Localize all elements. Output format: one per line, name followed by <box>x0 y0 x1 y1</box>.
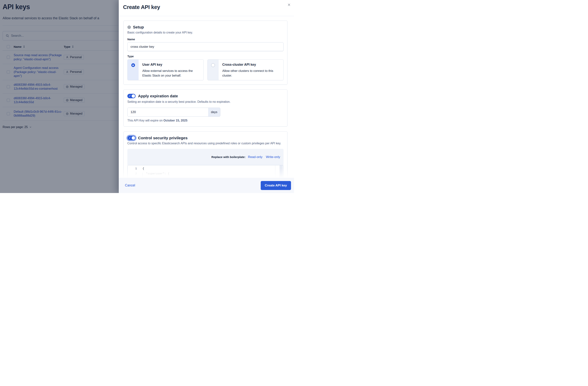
create-api-key-flyout: Create API key Setup Basic configuration… <box>119 0 294 193</box>
expiration-days-field[interactable] <box>127 108 208 116</box>
type-option-description: Allow external services to access the El… <box>142 68 200 78</box>
code-text: "superuser": { <box>137 172 169 175</box>
expiration-heading: Apply expiration date <box>138 94 178 98</box>
gear-icon <box>127 25 131 29</box>
name-label: Name <box>127 38 284 41</box>
radio-selected-icon[interactable] <box>131 63 135 67</box>
name-field[interactable] <box>127 42 284 51</box>
flyout-header: Create API key <box>119 0 294 16</box>
type-option-title: User API key <box>142 63 200 67</box>
cancel-button[interactable]: Cancel <box>125 183 135 187</box>
flyout-title: Create API key <box>123 4 294 10</box>
expiration-date: October 15, 2025 <box>164 119 188 122</box>
expiration-help-text: This API Key will expire on October 15, … <box>127 119 284 122</box>
read-only-link[interactable]: Read-only <box>248 155 263 159</box>
check-icon: ✓ <box>129 94 131 97</box>
privileges-description: Control access to specific Elasticsearch… <box>127 142 284 145</box>
flyout-body: Setup Basic configuration details to cre… <box>119 16 294 178</box>
close-icon[interactable] <box>286 2 292 7</box>
check-icon: ✓ <box>129 136 131 139</box>
setup-section: Setup Basic configuration details to cre… <box>124 21 288 85</box>
editor-scrollbar[interactable] <box>280 165 283 178</box>
role-descriptors-code-editor[interactable]: 1 { 2 "superuser": { <box>127 165 284 178</box>
privileges-toggle[interactable]: ✓ <box>127 136 136 140</box>
create-api-key-button[interactable]: Create API key <box>261 181 291 190</box>
type-option-cross-cluster-api-key[interactable]: Cross-cluster API key Allow other cluste… <box>208 59 284 80</box>
line-number: 1 <box>127 167 137 170</box>
write-only-link[interactable]: Write-only <box>266 155 280 159</box>
code-text: { <box>137 167 144 170</box>
type-option-user-api-key[interactable]: User API key Allow external services to … <box>127 59 204 80</box>
days-unit-label: days <box>208 108 220 116</box>
type-label: Type <box>127 55 284 58</box>
setup-heading: Setup <box>133 25 144 29</box>
expiration-description: Setting an expiration date is a security… <box>127 100 284 104</box>
type-option-title: Cross-cluster API key <box>222 63 280 67</box>
setup-description: Basic configuration details to create yo… <box>127 31 284 34</box>
radio-unselected-icon[interactable] <box>211 63 215 67</box>
type-option-description: Allow other clusters to connect to this … <box>222 68 280 78</box>
flyout-footer: Cancel Create API key <box>119 178 294 193</box>
privileges-heading: Control security privileges <box>138 136 188 140</box>
editor-toolbar: Replace with boilerplate: Read-only Writ… <box>127 149 284 165</box>
expiration-section: ✓ Apply expiration date Setting an expir… <box>124 90 288 127</box>
line-number: 2 <box>127 172 137 175</box>
expiration-toggle[interactable]: ✓ <box>127 94 136 98</box>
privileges-section: ✓ Control security privileges Control ac… <box>124 131 288 178</box>
indent-guide <box>143 173 143 178</box>
boilerplate-label: Replace with boilerplate: <box>211 155 246 159</box>
